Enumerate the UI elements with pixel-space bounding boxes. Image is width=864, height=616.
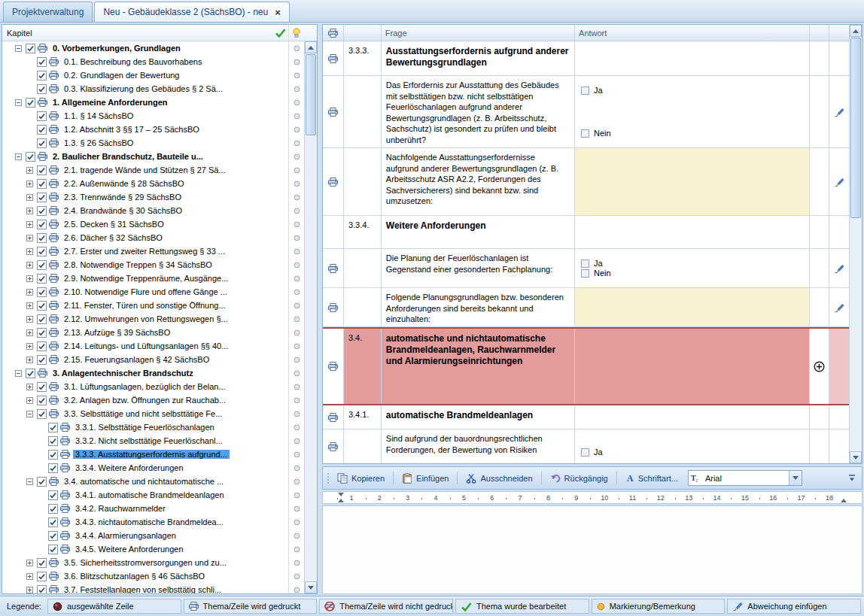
- tree-item[interactable]: 3.3. Selbsttätige und nicht selbsttätige…: [2, 407, 304, 420]
- tree-item[interactable]: 2.2. Außenwände § 28 SächsBO: [2, 177, 304, 190]
- remark-dot[interactable]: [288, 339, 304, 353]
- expand-icon[interactable]: [24, 275, 35, 282]
- antwort-cell[interactable]: JaNein: [575, 249, 810, 287]
- tab-document[interactable]: Neu - Gebäudeklasse 2 (SächsBO) - neu ×: [94, 2, 289, 22]
- tree-checkbox-checked[interactable]: [35, 179, 47, 189]
- tree-item[interactable]: 3.4.1. automatische Brandmeldeanlagen: [2, 488, 304, 502]
- tree-checkbox-checked[interactable]: [47, 545, 59, 554]
- tree-checkbox-checked[interactable]: [35, 477, 47, 487]
- insert-cell[interactable]: [810, 329, 829, 404]
- tree-item[interactable]: 3.4.2. Rauchwarnmelder: [2, 502, 304, 515]
- tree-item[interactable]: 2.10. Notwendige Flure und offene Gänge …: [2, 285, 304, 299]
- tree-checkbox-checked[interactable]: [35, 585, 47, 594]
- tree-item[interactable]: 2.11. Fenster, Türen und sonstige Öffnun…: [2, 299, 304, 312]
- remark-dot[interactable]: [288, 448, 304, 461]
- deviation-cell[interactable]: [829, 76, 849, 147]
- tree-checkbox-checked[interactable]: [35, 57, 47, 67]
- font-combo-dropdown-button[interactable]: [789, 471, 802, 485]
- remark-dot[interactable]: [288, 68, 304, 82]
- toolbar-overflow-button[interactable]: [846, 469, 858, 487]
- tree-item[interactable]: 2.13. Aufzüge § 39 SächsBO: [2, 326, 304, 339]
- tree-item-selected[interactable]: 3.3.3. Ausstattungserfordernis aufgrund.…: [2, 448, 304, 461]
- first-line-indent-marker[interactable]: [338, 493, 344, 496]
- tree-item[interactable]: 2.14. Leitungs- und Lüftungsanlagen §§ 4…: [2, 339, 304, 353]
- toolbar-button-schriftart[interactable]: ASchriftart...: [621, 471, 683, 485]
- remark-dot[interactable]: [288, 272, 304, 285]
- antwort-cell[interactable]: Ja: [575, 429, 810, 463]
- remark-dot[interactable]: [288, 258, 304, 272]
- expand-icon[interactable]: [24, 167, 35, 174]
- remark-dot[interactable]: [288, 488, 304, 502]
- table-section-row[interactable]: 3.4.automatische und nichtautomatische B…: [323, 327, 849, 405]
- tree-item[interactable]: 3.5. Sicherheitsstromversorgungen und zu…: [2, 556, 304, 569]
- remark-dot[interactable]: [288, 204, 304, 217]
- insert-row-icon[interactable]: [814, 361, 825, 372]
- expand-icon[interactable]: [24, 560, 35, 566]
- tree-checkbox-checked[interactable]: [24, 44, 36, 53]
- tree-checkbox-checked[interactable]: [35, 233, 47, 243]
- remark-dot[interactable]: [288, 177, 304, 190]
- remark-dot[interactable]: [288, 434, 304, 448]
- remark-dot[interactable]: [288, 244, 304, 258]
- tree-item[interactable]: 1. Allgemeine Anforderungen: [2, 96, 304, 109]
- tab-projektverwaltung[interactable]: Projektverwaltung: [3, 2, 93, 22]
- answer-option-ja[interactable]: Ja: [581, 448, 803, 457]
- remark-dot[interactable]: [288, 231, 304, 244]
- expand-icon[interactable]: [24, 221, 35, 228]
- remark-dot[interactable]: [288, 420, 304, 434]
- tree-item[interactable]: 2. Baulicher Brandschutz, Bauteile u...: [2, 150, 304, 163]
- table-section-row[interactable]: 3.3.3.Ausstattungserfordernis aufgrund a…: [323, 41, 849, 76]
- remark-dot[interactable]: [288, 41, 304, 55]
- tree-checkbox-checked[interactable]: [47, 463, 59, 473]
- remark-dot[interactable]: [288, 583, 304, 593]
- expand-icon[interactable]: [24, 329, 35, 336]
- tree-checkbox-checked[interactable]: [35, 84, 47, 94]
- tree-checkbox-checked[interactable]: [35, 111, 47, 121]
- deviation-cell[interactable]: [829, 249, 849, 287]
- tree-checkbox-checked[interactable]: [35, 165, 47, 175]
- toolbar-button-rueckgaengig[interactable]: Rückgängig: [546, 471, 613, 486]
- tree-checkbox-checked[interactable]: [35, 314, 47, 324]
- tree-checkbox-checked[interactable]: [35, 287, 47, 297]
- tree-checkbox-checked[interactable]: [35, 396, 47, 405]
- expand-icon[interactable]: [24, 384, 35, 390]
- tree-item[interactable]: 2.1. tragende Wände und Stützen § 27 Sä.…: [2, 163, 304, 177]
- tree-item[interactable]: 2.8. Notwendige Treppen § 34 SächsBO: [2, 258, 304, 272]
- text-editor-area[interactable]: [322, 505, 862, 594]
- left-indent-marker[interactable]: [338, 499, 344, 502]
- remark-dot[interactable]: [288, 569, 304, 583]
- tree-checkbox-checked[interactable]: [47, 504, 59, 514]
- tree-checkbox-checked[interactable]: [35, 247, 47, 256]
- remark-dot[interactable]: [288, 96, 304, 109]
- tree-item[interactable]: 3.4.5. Weitere Anforderungen: [2, 542, 304, 556]
- expand-icon[interactable]: [24, 357, 35, 363]
- expand-icon[interactable]: [24, 181, 35, 187]
- tree-item[interactable]: 0. Vorbemerkungen, Grundlagen: [2, 41, 304, 55]
- tree-item[interactable]: 3.3.2. Nicht selbsttätige Feuerlöschanl.…: [2, 434, 304, 448]
- tree-checkbox-checked[interactable]: [35, 206, 47, 216]
- collapse-icon[interactable]: [24, 411, 35, 417]
- tree-checkbox-checked[interactable]: [35, 274, 47, 284]
- expand-icon[interactable]: [24, 194, 35, 201]
- tree-item[interactable]: 3.1. Lüftungsanlagen, bezüglich der Bela…: [2, 380, 304, 393]
- tree-checkbox-checked[interactable]: [24, 98, 36, 108]
- expand-icon[interactable]: [24, 316, 35, 323]
- remark-dot[interactable]: [288, 55, 304, 68]
- font-family-combo[interactable]: Tr Arial: [688, 470, 802, 486]
- remark-dot[interactable]: [288, 136, 304, 150]
- toolbar-button-kopieren[interactable]: Kopieren: [333, 471, 389, 486]
- collapse-icon[interactable]: [13, 99, 24, 106]
- tree-checkbox-checked[interactable]: [35, 558, 47, 568]
- tree-item[interactable]: 1.1. § 14 SächsBO: [2, 109, 304, 123]
- expand-icon[interactable]: [24, 343, 35, 350]
- tree-item[interactable]: 2.12. Umwehrungen von Rettungswegen §...: [2, 312, 304, 326]
- table-section-row[interactable]: 3.3.4.Weitere Anforderungen: [323, 216, 849, 249]
- tree-item[interactable]: 3.2. Anlagen bzw. Öffnungen zur Rauchab.…: [2, 393, 304, 407]
- tree-checkbox-checked[interactable]: [47, 423, 59, 432]
- remark-dot[interactable]: [288, 461, 304, 475]
- remark-dot[interactable]: [288, 150, 304, 163]
- tree-item[interactable]: 1.2. Abschnitt 3 §§ 17 – 25 SächsBO: [2, 123, 304, 136]
- collapse-icon[interactable]: [13, 153, 24, 160]
- tree-item[interactable]: 3.4.3. nichtautomatische Brandmeldea...: [2, 515, 304, 529]
- tree-item[interactable]: 2.7. Erster und zweiter Rettungsweg § 33…: [2, 244, 304, 258]
